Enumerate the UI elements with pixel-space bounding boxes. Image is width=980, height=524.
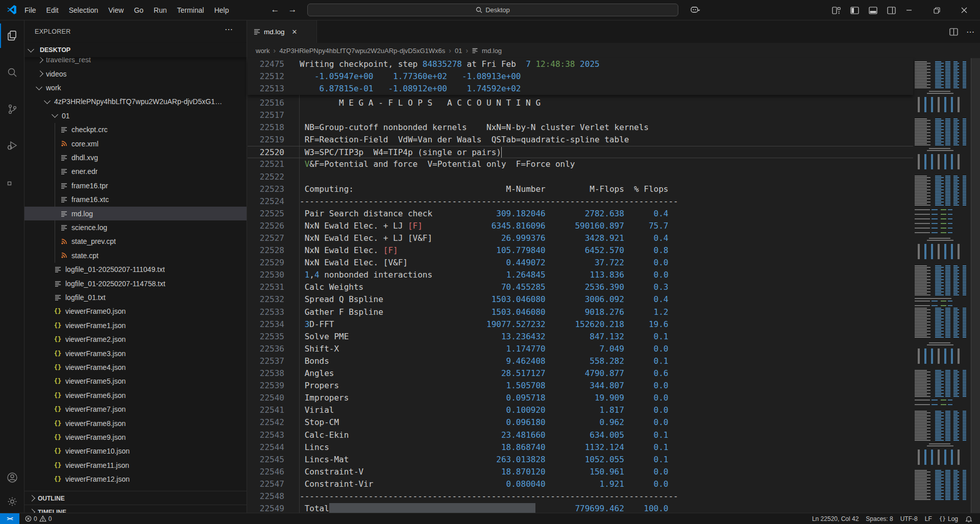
editor-more-actions-icon[interactable]: ⋯ [966,27,975,37]
breadcrumb-item-work[interactable]: work [256,47,270,55]
tree-item-frame16-tpr[interactable]: frame16.tpr [24,179,247,192]
code-line-22513[interactable]: 22513 6.87815e-01 -1.08912e+00 1.74592e+… [248,83,913,95]
minimize-button[interactable] [897,0,921,20]
search-activity-icon[interactable] [0,60,24,85]
command-center-search[interactable]: Desktop [307,4,678,16]
code-line-22538[interactable]: 22538 Angles 28.517127 4790.877 0.6 [248,367,913,380]
tree-item-core-xml[interactable]: core.xml [24,137,247,151]
tree-item-videos[interactable]: videos [24,67,247,81]
source-control-activity-icon[interactable] [0,97,24,121]
customize-layout-button[interactable] [827,0,845,20]
code-line-22519[interactable]: 22519 RF=Reaction-Field VdW=Van der Waal… [248,134,913,146]
code-line-22516[interactable]: 22516 M E G A - F L O P S A C C O U N T … [248,97,913,109]
extensions-activity-icon[interactable] [0,170,24,195]
code-line-22524[interactable]: 22524-----------------------------------… [248,195,913,208]
code-line-22537[interactable]: 22537 Bonds 9.462408 558.282 0.1 [248,355,913,367]
cursor-position-status[interactable]: Ln 22520, Col 42 [808,513,862,524]
nav-forward-icon[interactable]: → [285,0,300,20]
tree-item-state-prev-cpt[interactable]: state_prev.cpt [24,235,247,248]
minimap[interactable] [914,58,971,513]
code-line-22527[interactable]: 22527 NxN Ewald Elec. + LJ [V&F] 26.9993… [248,232,913,244]
tree-item-viewerframe1-json[interactable]: {}viewerFrame1.json [24,318,247,332]
code-line-22546[interactable]: 22546 Constraint-V 18.870120 150.961 0.0 [248,466,913,478]
remote-indicator[interactable]: >< [0,513,19,524]
tree-item-work[interactable]: work [24,81,247,94]
settings-gear-icon[interactable] [0,489,24,514]
indentation-status[interactable]: Spaces: 8 [862,513,896,524]
toggle-panel-button[interactable] [864,0,882,20]
breadcrumb-item-4zp3hrlepnpy4hblftq7wpu2w2uarp-djvd5xg1wx6s[interactable]: 4zP3HRlePNpy4hbLfTQ7wpu2W2uARp-djvD5xG1W… [279,47,445,55]
language-mode-status[interactable]: {} Log [936,513,962,524]
code-line-22540[interactable]: 22540 Impropers 0.095718 19.909 0.0 [248,392,913,404]
code-line-22543[interactable]: 22543 Calc-Ekin 23.481660 634.005 0.1 [248,429,913,441]
code-line-22532[interactable]: 22532 Spread Q Bspline 1503.046080 3006.… [248,293,913,306]
code-line-22512[interactable]: 22512 -1.05947e+00 1.77360e+02 -1.08913e… [248,70,913,83]
code-line-22475[interactable]: 22475Writing checkpoint, step 84835278 a… [248,58,913,70]
code-line-22536[interactable]: 22536 Shift-X 1.174770 7.049 0.0 [248,343,913,355]
tree-item-viewerframe11-json[interactable]: {}viewerFrame11.json [24,458,247,472]
menu-selection[interactable]: Selection [64,0,104,20]
code-line-22541[interactable]: 22541 Virial 0.100920 1.817 0.0 [248,404,913,416]
tree-item-viewerframe6-json[interactable]: {}viewerFrame6.json [24,388,247,402]
code-line-22544[interactable]: 22544 Lincs 18.868740 1132.124 0.1 [248,441,913,454]
outline-section[interactable]: OUTLINE [24,491,247,505]
timeline-section[interactable]: TIMELINE [24,505,247,513]
code-line-22548[interactable]: 22548-----------------------------------… [248,490,913,503]
tree-item-viewerframe4-json[interactable]: {}viewerFrame4.json [24,360,247,374]
code-line-22533[interactable]: 22533 Gather F Bspline 1503.046080 9018.… [248,306,913,318]
explorer-activity-icon[interactable] [0,23,24,48]
toggle-primary-sidebar-button[interactable] [845,0,864,20]
menu-terminal[interactable]: Terminal [172,0,209,20]
tree-section-desktop[interactable]: DESKTOP [24,43,247,57]
tree-item-logfile-01-20250207-111049-txt[interactable]: logfile_01-20250207-111049.txt [24,263,247,277]
tree-item-logfile-01-20250207-114758-txt[interactable]: logfile_01-20250207-114758.txt [24,277,247,290]
code-line-22529[interactable]: 22529 NxN Ewald Elec. [V&F] 0.449072 37.… [248,257,913,269]
tree-item-4zp3hrlepnpy4hblftq7wpu2w2uarp-djvd5xg1wx6s[interactable]: 4zP3HRlePNpy4hbLfTQ7wpu2W2uARp-djvD5xG1W… [24,95,247,109]
code-line-22534[interactable]: 22534 3D-FFT 19077.527232 152620.218 19.… [248,318,913,331]
code-line-22522[interactable]: 22522 [248,171,913,183]
restore-button[interactable] [925,0,948,20]
editor-scrollbar[interactable] [971,58,980,513]
menu-file[interactable]: File [19,0,41,20]
breadcrumb-item-01[interactable]: 01 [455,47,462,55]
eol-status[interactable]: LF [921,513,936,524]
tree-item-viewerframe3-json[interactable]: {}viewerFrame3.json [24,346,247,360]
code-line-22517[interactable]: 22517 [248,109,913,121]
code-line-22518[interactable]: 22518 NB=Group-cutoff nonbonded kernels … [248,121,913,134]
menu-view[interactable]: View [103,0,129,20]
code-viewport[interactable]: 22516 M E G A - F L O P S A C C O U N T … [248,95,980,513]
problems-status[interactable]: 0 0 [21,513,55,524]
code-line-22549[interactable]: 22549 Total 779699.462 100.0 [248,503,913,513]
code-line-22521[interactable]: 22521 V&F=Potential and force V=Potentia… [248,158,913,170]
menu-go[interactable]: Go [129,0,149,20]
tree-item-checkpt-crc[interactable]: checkpt.crc [24,123,247,137]
encoding-status[interactable]: UTF-8 [897,513,921,524]
tree-item-ener-edr[interactable]: ener.edr [24,165,247,179]
breadcrumb-item-md-log[interactable]: md.log [482,47,502,55]
tree-item-viewerframe9-json[interactable]: {}viewerFrame9.json [24,430,247,444]
code-line-22525[interactable]: 22525 Pair Search distance check 309.182… [248,208,913,220]
code-line-22523[interactable]: 22523 Computing: M-Number M-Flops % Flop… [248,183,913,195]
code-line-22531[interactable]: 22531 Calc Weights 70.455285 2536.390 0.… [248,281,913,293]
code-line-22539[interactable]: 22539 Propers 1.505708 344.807 0.0 [248,380,913,392]
notifications-bell[interactable] [962,513,976,524]
tab-md-log[interactable]: md.log ✕ [248,20,317,43]
tree-item-viewerframe5-json[interactable]: {}viewerFrame5.json [24,375,247,388]
tree-item-state-cpt[interactable]: state.cpt [24,248,247,262]
run-debug-activity-icon[interactable] [0,134,24,158]
tab-close-icon[interactable]: ✕ [292,28,298,36]
nav-back-icon[interactable]: ← [267,0,283,20]
code-line-22528[interactable]: 22528 NxN Ewald Elec. [F] 105.779840 645… [248,244,913,257]
tree-item-dhdl-xvg[interactable]: dhdl.xvg [24,151,247,164]
tree-item-md-log[interactable]: md.log [24,207,247,220]
tree-item-frame16-xtc[interactable]: frame16.xtc [24,193,247,207]
tree-item-science-log[interactable]: science.log [24,220,247,234]
code-line-22520[interactable]: 22520 W3=SPC/TIP3p W4=TIP4p (single or p… [248,146,913,158]
code-line-22535[interactable]: 22535 Solve PME 13.236432 847.132 0.1 [248,331,913,343]
code-line-22542[interactable]: 22542 Stop-CM 0.096180 0.962 0.0 [248,416,913,429]
tree-item-viewerframe2-json[interactable]: {}viewerFrame2.json [24,333,247,346]
close-window-button[interactable] [952,0,976,20]
tree-item-logfile-01-txt[interactable]: logfile_01.txt [24,290,247,304]
menu-help[interactable]: Help [209,0,234,20]
tree-item-viewerframe10-json[interactable]: {}viewerFrame10.json [24,444,247,458]
